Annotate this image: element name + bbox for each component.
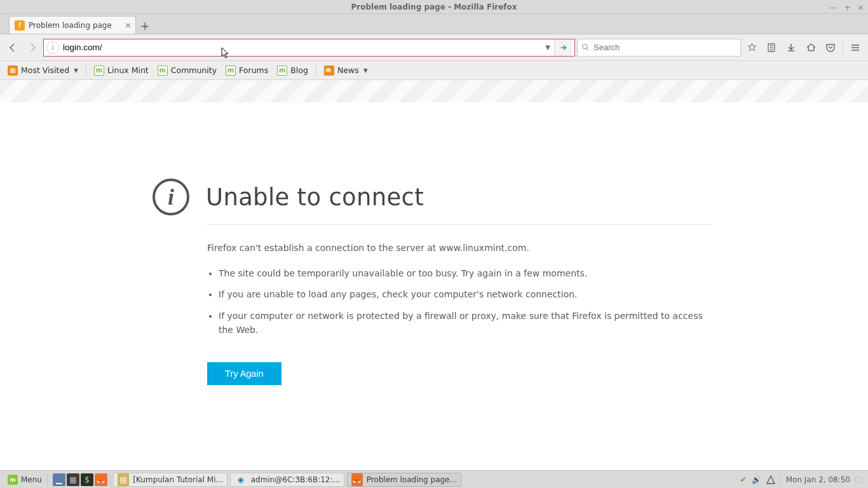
bookmark-news[interactable]: ෧ News ▼: [320, 64, 372, 78]
bookmark-most-visited[interactable]: ▦ Most Visited ▼: [4, 64, 82, 78]
bookmarks-list-icon[interactable]: [763, 39, 780, 57]
mint-icon: m: [94, 65, 104, 76]
error-heading: Unable to connect: [206, 184, 424, 211]
tab-close-button[interactable]: ×: [125, 20, 132, 30]
tab-title: Problem loading page: [29, 21, 112, 30]
navigation-toolbar: i ▼: [0, 34, 868, 61]
terminal-icon[interactable]: $: [81, 473, 93, 486]
bookmark-label: Blog: [290, 65, 308, 75]
taskbar: m Menu ▁ ▦ $ 🦊 ▤ [Kumpulan Tutorial Mi..…: [0, 470, 868, 488]
error-suggestions: The site could be temporarily unavailabl…: [207, 267, 712, 337]
bookmark-blog[interactable]: m Blog: [273, 64, 312, 78]
bookmark-label: Community: [171, 65, 217, 75]
clock[interactable]: Mon Jan 2, 08:50: [780, 475, 850, 484]
bookmark-community[interactable]: m Community: [154, 64, 220, 78]
svg-line-1: [587, 48, 588, 50]
files-icon[interactable]: ▦: [67, 473, 79, 486]
firefox-icon[interactable]: 🦊: [95, 473, 107, 486]
hamburger-menu-icon[interactable]: [846, 39, 864, 57]
bookmark-separator: [86, 65, 86, 76]
network-icon: ◉: [234, 473, 247, 486]
page-content: i Unable to connect Firefox can't establ…: [0, 102, 868, 410]
pocket-icon[interactable]: [822, 39, 839, 57]
start-menu-button[interactable]: m Menu: [3, 473, 48, 486]
rss-icon: ෧: [324, 65, 334, 76]
bookmark-separator: [316, 65, 316, 76]
url-bar[interactable]: i ▼: [43, 39, 575, 57]
bookmark-label: Linux Mint: [107, 65, 149, 75]
url-history-dropdown[interactable]: ▼: [541, 44, 554, 51]
url-input[interactable]: [63, 43, 541, 52]
go-button[interactable]: [554, 39, 572, 56]
bookmark-label: Forums: [239, 65, 268, 75]
mint-icon: m: [226, 65, 236, 76]
new-tab-button[interactable]: +: [136, 20, 154, 34]
back-button[interactable]: [4, 39, 22, 57]
firefox-icon: 🦊: [351, 473, 363, 486]
downloads-icon[interactable]: [782, 39, 800, 57]
quick-launch: ▁ ▦ $ 🦊: [50, 473, 111, 486]
bookmark-forums[interactable]: m Forums: [222, 64, 272, 78]
tray-check-icon[interactable]: ✔: [740, 475, 747, 484]
bookmark-linux-mint[interactable]: m Linux Mint: [90, 64, 153, 78]
mint-icon: m: [158, 65, 168, 76]
window-title: Problem loading page - Mozilla Firefox: [351, 3, 517, 11]
window-minimize-button[interactable]: —: [829, 3, 837, 12]
warning-icon: !: [15, 20, 25, 30]
toolbar-separator: [843, 41, 843, 55]
svg-point-0: [583, 44, 587, 49]
forward-button[interactable]: [24, 39, 41, 57]
mint-icon: m: [277, 65, 287, 76]
task-label: [Kumpulan Tutorial Mi...: [133, 475, 223, 484]
task-button-active[interactable]: 🦊 Problem loading page...: [347, 473, 461, 487]
tray-volume-icon[interactable]: 🔊: [752, 475, 761, 484]
window-close-button[interactable]: ×: [857, 3, 864, 12]
search-input[interactable]: [593, 43, 736, 52]
mint-logo-icon: m: [8, 475, 18, 485]
info-icon: i: [153, 179, 189, 215]
folder-icon: ▦: [8, 65, 18, 76]
tab-strip: ! Problem loading page × +: [0, 14, 868, 34]
error-lead: Firefox can't establish a connection to …: [207, 241, 712, 255]
chevron-down-icon: ▼: [74, 67, 78, 74]
page-top-stripe: [0, 80, 868, 102]
show-desktop-icon[interactable]: ▁: [53, 473, 65, 486]
tab-active[interactable]: ! Problem loading page ×: [9, 16, 136, 34]
tray-network-icon[interactable]: [766, 475, 775, 484]
system-tray: ✔ 🔊 Mon Jan 2, 08:50: [736, 475, 865, 484]
task-button[interactable]: ◉ admin@6C:3B:6B:12:...: [230, 473, 344, 487]
search-bar[interactable]: [577, 39, 741, 57]
chevron-down-icon: ▼: [363, 67, 368, 74]
site-info-icon[interactable]: i: [46, 41, 59, 54]
task-label: Problem loading page...: [367, 475, 457, 484]
window-titlebar: Problem loading page - Mozilla Firefox —…: [0, 0, 868, 14]
folder-icon: ▤: [118, 473, 129, 486]
error-suggestion: If you are unable to load any pages, che…: [219, 288, 712, 302]
task-button[interactable]: ▤ [Kumpulan Tutorial Mi...: [113, 473, 227, 487]
bookmark-star-icon[interactable]: [743, 39, 761, 57]
error-suggestion: If your computer or network is protected…: [219, 309, 712, 337]
window-maximize-button[interactable]: +: [844, 3, 851, 12]
home-icon[interactable]: [802, 39, 820, 57]
tray-overflow-icon[interactable]: [855, 477, 862, 483]
error-suggestion: The site could be temporarily unavailabl…: [219, 267, 712, 281]
try-again-button[interactable]: Try Again: [207, 362, 281, 385]
task-label: admin@6C:3B:6B:12:...: [251, 475, 340, 484]
bookmark-label: Most Visited: [21, 65, 69, 75]
start-menu-label: Menu: [21, 475, 42, 484]
task-list: ▤ [Kumpulan Tutorial Mi... ◉ admin@6C:3B…: [111, 473, 736, 487]
bookmark-label: News: [337, 65, 359, 75]
search-icon: [581, 43, 590, 51]
bookmarks-toolbar: ▦ Most Visited ▼ m Linux Mint m Communit…: [0, 61, 868, 80]
